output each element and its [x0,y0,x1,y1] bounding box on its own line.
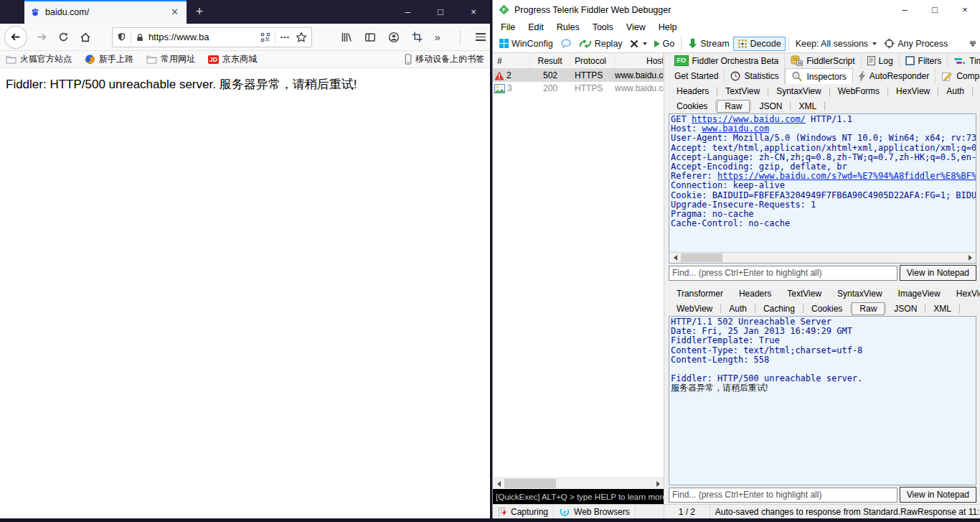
account-icon[interactable] [388,32,400,43]
minimize-button[interactable]: – [391,0,424,24]
request-raw-view[interactable]: GET https://www.baidu.com/ HTTP/1.1Host:… [669,113,976,252]
capturing-indicator[interactable]: Capturing [493,505,554,518]
request-tab-json[interactable]: JSON [752,101,789,112]
scroll-left-icon[interactable] [493,478,504,489]
scroll-right-icon[interactable] [652,478,664,489]
raw-link[interactable]: https://www.baidu.com/s?wd=%E7%94%A8fidd… [717,171,976,181]
tab-fiddler-orchestra-beta[interactable]: FOFiddler Orchestra Beta [669,53,785,68]
bookmark-mobile[interactable]: 移动设备上的书签 [405,53,484,65]
column-header-result[interactable]: Result [530,53,570,68]
winconfig-button[interactable]: WinConfig [496,37,557,50]
bookmark-item[interactable]: JD京东商城 [208,53,257,65]
session-row-2[interactable]: 2502HTTPSwww.baidu.com [493,69,664,82]
request-tab-raw[interactable]: Raw [717,100,750,113]
url-text[interactable]: https://www.ba [149,32,260,42]
reload-button[interactable] [53,27,75,48]
new-tab-button[interactable]: + [187,0,212,24]
maximize-button[interactable]: □ [424,0,457,24]
tab-log[interactable]: Log [862,53,900,68]
request-tab-headers[interactable]: Headers [669,85,716,97]
maximize-button[interactable]: □ [920,0,950,19]
tab-fiddlerscript[interactable]: JSFiddlerScript [785,53,861,68]
menu-icon[interactable] [476,33,486,41]
stream-button[interactable]: Stream [684,37,732,50]
tab-statistics[interactable]: Statistics [725,68,785,84]
library-icon[interactable] [341,32,352,43]
request-find-input[interactable] [669,266,897,281]
request-tab-auth[interactable]: Auth [939,85,971,97]
decode-button[interactable]: Decode [733,37,786,51]
response-tab-json[interactable]: JSON [887,303,924,314]
menu-help[interactable]: Help [652,22,684,32]
raw-link[interactable]: www.baidu.com [702,123,769,134]
session-list-hscrollbar[interactable] [493,477,664,489]
address-bar[interactable]: https://www.ba [112,27,312,47]
response-tab-textview[interactable]: TextView [780,288,829,299]
page-actions-icon[interactable] [280,32,290,42]
response-find-input[interactable] [669,488,897,503]
response-tab-cookies[interactable]: Cookies [804,303,849,314]
menu-edit[interactable]: Edit [522,22,550,32]
menu-view[interactable]: View [620,22,652,32]
quickexec-bar[interactable]: [QuickExec] ALT+Q > type HELP to learn m… [493,489,664,504]
column-header-host[interactable]: Host [615,53,664,68]
close-button[interactable]: × [950,0,980,19]
response-view-in-notepad-button[interactable]: View in Notepad [900,487,976,503]
replay-button[interactable]: Replay [575,37,626,50]
tracking-protection-shield-icon[interactable] [117,32,126,42]
any-process-button[interactable]: Any Process [880,37,951,50]
response-raw-view[interactable]: HTTP/1.1 502 Unreachable ServerDate: Fri… [669,316,976,485]
browser-tab-baidu[interactable]: baidu.com/ ✕ [24,0,187,24]
bookmark-item[interactable]: 新手上路 [85,53,133,65]
session-row-3[interactable]: 3200HTTPSwww.baidu.com [493,82,664,95]
screenshot-icon[interactable] [412,32,423,42]
home-button[interactable] [75,27,96,48]
bookmark-item[interactable]: 火狐官方站点 [6,53,72,65]
bookmark-star-icon[interactable] [296,32,307,43]
response-tab-auth[interactable]: Auth [722,303,754,314]
bookmark-item[interactable]: 常用网址 [146,53,195,65]
close-button[interactable]: × [457,0,490,24]
request-tab-textview[interactable]: TextView [718,85,767,97]
qr-code-icon[interactable] [260,32,270,42]
response-tab-raw[interactable]: Raw [852,302,885,315]
request-tab-hexview[interactable]: HexView [889,85,937,97]
response-tab-hexview[interactable]: HexView [949,288,980,299]
overflow-chevron-icon[interactable]: » [435,31,440,43]
forward-button[interactable] [32,27,53,48]
sidebar-icon[interactable] [364,32,376,43]
column-header-num[interactable]: # [493,53,530,68]
tab-inspectors[interactable]: Inspectors [785,68,852,84]
response-tab-caching[interactable]: Caching [756,303,802,314]
scrollbar-thumb[interactable] [681,253,722,262]
response-tab-imageview[interactable]: ImageView [891,288,948,299]
response-tab-xml[interactable]: XML [926,303,958,314]
tab-get-started[interactable]: Get Started [669,68,725,84]
menu-tools[interactable]: Tools [586,22,620,32]
response-tab-transformer[interactable]: Transformer [669,288,730,299]
column-header-protocol[interactable]: Protocol [570,53,615,68]
request-hscrollbar[interactable] [669,252,976,264]
menu-file[interactable]: File [494,22,522,32]
tab-autoresponder[interactable]: AutoResponder [853,68,936,84]
raw-link[interactable]: https://www.baidu.com/ [692,114,806,124]
request-view-in-notepad-button[interactable]: View in Notepad [900,265,976,281]
toolbar-overflow-button[interactable] [969,41,977,47]
keep-sessions-dropdown[interactable]: Keep: All sessions [792,37,880,50]
tab-composer[interactable]: Composer [936,68,980,84]
remove-sessions-button[interactable] [626,38,651,50]
menu-rules[interactable]: Rules [550,22,586,32]
scroll-right-icon[interactable] [964,253,976,263]
tab-timeline[interactable]: Timeline [948,53,980,68]
minimize-button[interactable]: – [890,0,920,19]
scrollbar-thumb[interactable] [504,479,556,488]
request-tab-webforms[interactable]: WebForms [831,85,887,97]
response-tab-syntaxview[interactable]: SyntaxView [830,288,889,299]
request-tab-xml[interactable]: XML [791,101,824,112]
scroll-left-icon[interactable] [669,253,681,263]
tab-filters[interactable]: Filters [900,53,948,68]
back-button[interactable] [4,26,27,49]
process-filter-indicator[interactable]: e Web Browsers [554,505,636,518]
comment-button[interactable] [557,37,575,50]
go-button[interactable]: Go [651,37,679,50]
